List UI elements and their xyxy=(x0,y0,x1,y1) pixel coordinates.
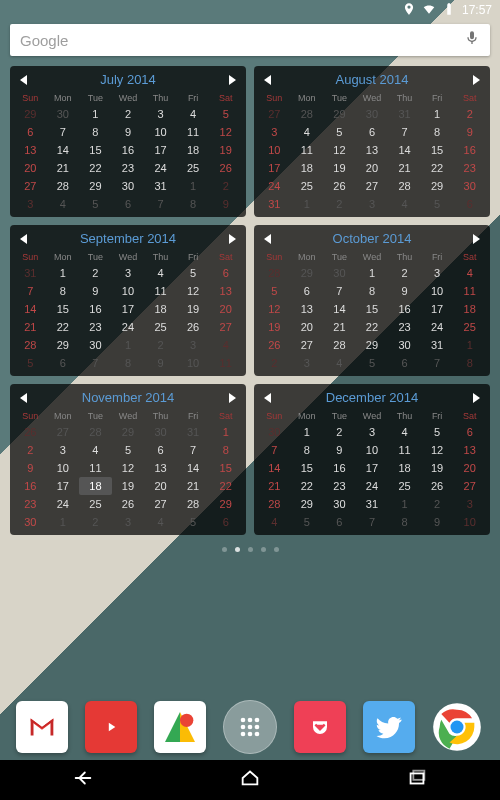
day-cell[interactable]: 30 xyxy=(388,336,421,354)
day-cell[interactable]: 2 xyxy=(79,264,112,282)
prev-month-button[interactable] xyxy=(264,234,271,244)
day-cell[interactable]: 21 xyxy=(388,159,421,177)
day-cell[interactable]: 8 xyxy=(453,354,486,372)
day-cell[interactable]: 23 xyxy=(388,318,421,336)
day-cell[interactable]: 17 xyxy=(421,300,454,318)
day-cell[interactable]: 20 xyxy=(356,159,389,177)
day-cell[interactable]: 16 xyxy=(323,459,356,477)
day-cell[interactable]: 8 xyxy=(421,123,454,141)
day-cell[interactable]: 29 xyxy=(112,423,145,441)
day-cell[interactable]: 3 xyxy=(177,336,210,354)
day-cell[interactable]: 29 xyxy=(421,177,454,195)
day-cell[interactable]: 18 xyxy=(291,159,324,177)
day-cell[interactable]: 15 xyxy=(356,300,389,318)
day-cell[interactable]: 5 xyxy=(177,264,210,282)
home-button[interactable] xyxy=(239,767,261,793)
day-cell[interactable]: 29 xyxy=(323,105,356,123)
day-cell[interactable]: 27 xyxy=(47,423,80,441)
page-dot[interactable] xyxy=(274,547,279,552)
app-chrome[interactable] xyxy=(431,701,483,753)
prev-month-button[interactable] xyxy=(20,75,27,85)
day-cell[interactable]: 22 xyxy=(47,318,80,336)
day-cell[interactable]: 4 xyxy=(258,513,291,531)
day-cell[interactable]: 28 xyxy=(14,336,47,354)
month-widget[interactable]: September 2014SunMonTueWedThuFriSat31123… xyxy=(10,225,246,376)
day-cell[interactable]: 20 xyxy=(209,300,242,318)
day-cell[interactable]: 15 xyxy=(291,459,324,477)
day-cell[interactable]: 7 xyxy=(79,354,112,372)
day-cell[interactable]: 7 xyxy=(177,441,210,459)
day-cell[interactable]: 16 xyxy=(388,300,421,318)
day-cell[interactable]: 1 xyxy=(177,177,210,195)
day-cell[interactable]: 3 xyxy=(453,495,486,513)
day-cell[interactable]: 25 xyxy=(144,318,177,336)
day-cell[interactable]: 9 xyxy=(453,123,486,141)
day-cell[interactable]: 25 xyxy=(388,477,421,495)
day-cell[interactable]: 3 xyxy=(112,264,145,282)
day-cell[interactable]: 19 xyxy=(421,459,454,477)
day-cell[interactable]: 24 xyxy=(421,318,454,336)
day-cell[interactable]: 17 xyxy=(47,477,80,495)
day-cell[interactable]: 8 xyxy=(388,513,421,531)
day-cell[interactable]: 24 xyxy=(47,495,80,513)
day-cell[interactable]: 7 xyxy=(14,282,47,300)
day-cell[interactable]: 4 xyxy=(177,105,210,123)
day-cell[interactable]: 24 xyxy=(112,318,145,336)
day-cell[interactable]: 7 xyxy=(421,354,454,372)
day-cell[interactable]: 8 xyxy=(79,123,112,141)
day-cell[interactable]: 12 xyxy=(112,459,145,477)
day-cell[interactable]: 14 xyxy=(177,459,210,477)
next-month-button[interactable] xyxy=(229,234,236,244)
day-cell[interactable]: 13 xyxy=(14,141,47,159)
day-cell[interactable]: 31 xyxy=(14,264,47,282)
day-cell[interactable]: 6 xyxy=(453,195,486,213)
day-cell[interactable]: 6 xyxy=(291,282,324,300)
next-month-button[interactable] xyxy=(473,234,480,244)
next-month-button[interactable] xyxy=(229,75,236,85)
day-cell[interactable]: 20 xyxy=(144,477,177,495)
day-cell[interactable]: 23 xyxy=(453,159,486,177)
day-cell[interactable]: 18 xyxy=(453,300,486,318)
day-cell[interactable]: 3 xyxy=(291,354,324,372)
day-cell[interactable]: 11 xyxy=(453,282,486,300)
day-cell[interactable]: 4 xyxy=(323,354,356,372)
day-cell[interactable]: 22 xyxy=(421,159,454,177)
day-cell[interactable]: 5 xyxy=(112,441,145,459)
day-cell[interactable]: 29 xyxy=(14,105,47,123)
app-twitter[interactable] xyxy=(363,701,415,753)
day-cell[interactable]: 21 xyxy=(177,477,210,495)
day-cell[interactable]: 23 xyxy=(14,495,47,513)
day-cell[interactable]: 5 xyxy=(421,423,454,441)
day-cell[interactable]: 2 xyxy=(144,336,177,354)
day-cell[interactable]: 2 xyxy=(323,195,356,213)
day-cell[interactable]: 19 xyxy=(112,477,145,495)
day-cell[interactable]: 8 xyxy=(47,282,80,300)
day-cell[interactable]: 16 xyxy=(453,141,486,159)
day-cell[interactable]: 24 xyxy=(356,477,389,495)
day-cell[interactable]: 26 xyxy=(112,495,145,513)
day-cell[interactable]: 12 xyxy=(421,441,454,459)
day-cell[interactable]: 6 xyxy=(388,354,421,372)
day-cell[interactable]: 5 xyxy=(209,105,242,123)
day-cell[interactable]: 30 xyxy=(356,105,389,123)
day-cell[interactable]: 5 xyxy=(323,123,356,141)
day-cell[interactable]: 5 xyxy=(258,282,291,300)
day-cell[interactable]: 4 xyxy=(453,264,486,282)
app-maps[interactable] xyxy=(154,701,206,753)
day-cell[interactable]: 5 xyxy=(356,354,389,372)
day-cell[interactable]: 16 xyxy=(112,141,145,159)
day-cell[interactable]: 7 xyxy=(388,123,421,141)
day-cell[interactable]: 1 xyxy=(291,423,324,441)
day-cell[interactable]: 9 xyxy=(421,513,454,531)
day-cell[interactable]: 24 xyxy=(258,177,291,195)
day-cell[interactable]: 6 xyxy=(14,123,47,141)
day-cell[interactable]: 9 xyxy=(144,354,177,372)
day-cell[interactable]: 10 xyxy=(177,354,210,372)
day-cell[interactable]: 5 xyxy=(177,513,210,531)
day-cell[interactable]: 5 xyxy=(291,513,324,531)
day-cell[interactable]: 2 xyxy=(112,105,145,123)
recents-button[interactable] xyxy=(406,767,428,793)
day-cell[interactable]: 19 xyxy=(258,318,291,336)
day-cell[interactable]: 26 xyxy=(258,336,291,354)
day-cell[interactable]: 14 xyxy=(323,300,356,318)
